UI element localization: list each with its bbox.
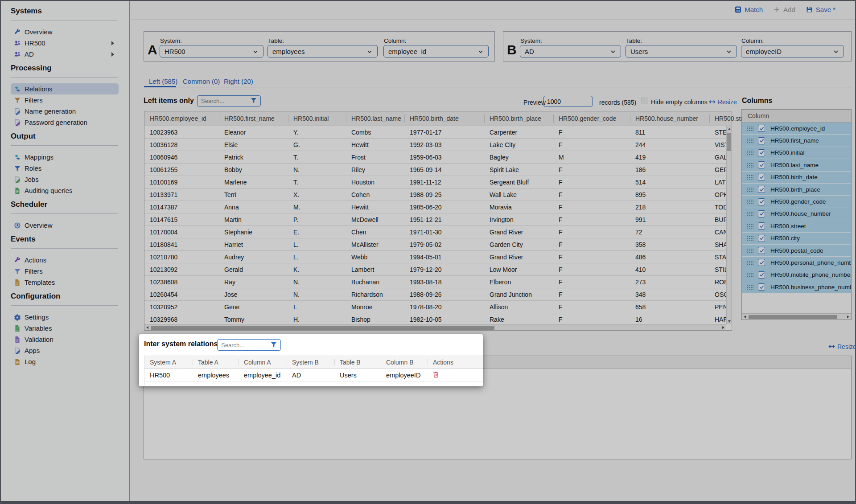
relations-cell: employeeID	[381, 369, 428, 381]
relations-table-header: System ATable AColumn ASystem BTable BCo…	[144, 356, 483, 369]
relations-cell: Users	[334, 369, 381, 381]
delete-relation-button[interactable]	[433, 371, 439, 379]
filter-icon	[271, 341, 277, 349]
relations-column-header-table-b: Table B	[334, 356, 381, 369]
relations-table: System ATable AColumn ASystem BTable BCo…	[144, 356, 483, 386]
relations-cell: employees	[193, 369, 239, 381]
relations-column-header-table-a: Table A	[193, 356, 239, 369]
relations-column-header-system-a: System A	[144, 356, 193, 369]
window-bottom-edge	[1, 501, 855, 504]
relations-actions-cell	[428, 369, 483, 381]
relations-column-header-actions: Actions	[428, 356, 483, 369]
relations-table-row: HR500employeesemployee_idADUsersemployee…	[144, 369, 483, 381]
inter-system-relations-panel: Inter system relations Search... System …	[139, 334, 483, 386]
relations-column-header-system-b: System B	[287, 356, 334, 369]
relations-cell: employee_id	[239, 369, 287, 381]
relations-cell: AD	[287, 369, 334, 381]
relations-column-header-column-a: Column A	[239, 356, 287, 369]
dim-overlay	[1, 1, 855, 501]
relations-search[interactable]: Search...	[217, 339, 281, 351]
app-window: SystemsOverviewHR500ADProcessingRelation…	[0, 0, 856, 504]
relations-column-header-column-b: Column B	[381, 356, 428, 369]
relations-title: Inter system relations	[144, 340, 218, 348]
relations-cell: HR500	[144, 369, 193, 381]
